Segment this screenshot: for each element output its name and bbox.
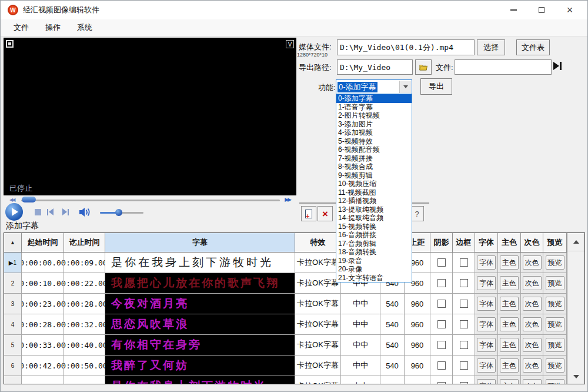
combobox-arrow-button[interactable] — [399, 81, 411, 93]
column-header[interactable]: 预览 — [543, 233, 567, 253]
dropdown-option[interactable]: 0-添加字幕 — [336, 94, 412, 103]
font-button[interactable]: 字体 — [477, 338, 496, 352]
primary-color-button[interactable]: 主色 — [500, 276, 519, 290]
border-checkbox[interactable] — [460, 361, 468, 370]
border-checkbox[interactable] — [460, 341, 468, 349]
dropdown-option[interactable]: 6-视频配音频 — [336, 145, 412, 154]
preview-button[interactable]: 预览 — [546, 276, 564, 290]
preview-button[interactable]: 预览 — [546, 379, 564, 384]
column-header[interactable]: 阴影 — [430, 233, 453, 253]
dropdown-option[interactable]: 2-图片转视频 — [336, 111, 412, 120]
menu-file[interactable]: 文件 — [10, 21, 32, 34]
shadow-checkbox[interactable] — [437, 320, 446, 328]
dropdown-option[interactable]: 1-语音字幕 — [336, 103, 412, 112]
menu-operation[interactable]: 操作 — [42, 21, 64, 34]
table-row[interactable]: 40:00:28.000:00:32.00思恋风吹草浪卡拉OK字幕中中54096… — [4, 314, 584, 335]
browse-folder-button[interactable] — [415, 59, 432, 75]
menu-system[interactable]: 系统 — [74, 21, 96, 34]
file-table-button[interactable]: 文件表 — [516, 39, 550, 55]
column-header[interactable]: 次色 — [521, 233, 543, 253]
column-header[interactable]: 边框 — [453, 233, 475, 253]
primary-color-button[interactable]: 主色 — [500, 338, 519, 352]
scroll-down-button[interactable] — [567, 370, 584, 384]
secondary-color-button[interactable]: 次色 — [523, 358, 542, 373]
font-button[interactable]: 字体 — [477, 358, 496, 373]
dropdown-option[interactable]: 3-添加图片 — [336, 120, 412, 129]
shadow-checkbox[interactable] — [437, 341, 446, 349]
font-button[interactable]: 字体 — [477, 297, 496, 311]
column-header[interactable]: 字体 — [475, 233, 498, 253]
preview-button[interactable]: 预览 — [546, 255, 564, 270]
minimize-button[interactable] — [499, 1, 527, 19]
dropdown-option[interactable]: 8-视频合成 — [336, 162, 412, 171]
play-button[interactable] — [5, 203, 23, 221]
table-row[interactable]: 70:00:50.000:00:59.00是你在我身上刻下游牧时光卡拉OK字幕中… — [4, 376, 584, 384]
primary-color-button[interactable]: 主色 — [500, 379, 519, 384]
secondary-color-button[interactable]: 次色 — [523, 338, 542, 352]
dropdown-option[interactable]: 16-音频拼接 — [336, 231, 412, 240]
media-file-input[interactable] — [337, 39, 475, 55]
column-header[interactable]: 主色 — [498, 233, 521, 253]
add-row-button[interactable] — [301, 206, 316, 221]
preview-button[interactable]: 预览 — [546, 338, 564, 352]
border-checkbox[interactable] — [460, 279, 468, 287]
border-checkbox[interactable] — [460, 382, 468, 384]
volume-button[interactable] — [79, 207, 92, 220]
secondary-color-button[interactable]: 次色 — [523, 317, 542, 331]
dropdown-option[interactable]: 11-视频截图 — [336, 188, 412, 197]
table-row[interactable]: 50:00:33.000:00:40.00有你相守在身旁卡拉OK字幕中中5409… — [4, 335, 584, 356]
export-button[interactable]: 导出 — [420, 78, 452, 95]
dropdown-option[interactable]: 13-提取纯视频 — [336, 205, 412, 214]
table-row[interactable]: 20:00:10.000:00:22.00我愿把心儿放在你的歌声飞翔卡拉OK字幕… — [4, 273, 584, 294]
primary-color-button[interactable]: 主色 — [500, 255, 519, 270]
sort-header[interactable]: ▲ — [4, 233, 22, 253]
border-checkbox[interactable] — [460, 258, 468, 267]
seek-handle[interactable] — [22, 197, 36, 202]
video-version-icon[interactable]: V — [286, 40, 294, 48]
dropdown-option[interactable]: 7-视频拼接 — [336, 154, 412, 163]
shadow-checkbox[interactable] — [437, 258, 446, 267]
dropdown-option[interactable]: 14-提取纯音频 — [336, 214, 412, 222]
dropdown-option[interactable]: 4-添加视频 — [336, 128, 412, 137]
secondary-color-button[interactable]: 次色 — [523, 255, 542, 270]
column-header[interactable]: 讫止时间 — [64, 233, 105, 253]
font-button[interactable]: 字体 — [477, 379, 496, 384]
shadow-checkbox[interactable] — [437, 382, 446, 384]
vertical-scrollbar[interactable] — [567, 233, 584, 384]
dropdown-option[interactable]: 18-音频转换 — [336, 248, 412, 257]
dropdown-option[interactable]: 5-视频特效 — [336, 137, 412, 146]
border-checkbox[interactable] — [460, 320, 468, 328]
dropdown-option[interactable]: 12-插播视频 — [336, 197, 412, 205]
close-button[interactable]: × — [556, 1, 584, 19]
table-row[interactable]: 60:00:42.000:00:50.00我醉了又何妨卡拉OK字幕中中54096… — [4, 356, 584, 376]
column-header[interactable]: 特效 — [295, 233, 341, 253]
dropdown-option[interactable]: 9-视频剪辑 — [336, 171, 412, 180]
select-file-button[interactable]: 选择 — [477, 39, 505, 55]
dropdown-option[interactable]: 15-视频转换 — [336, 222, 412, 231]
secondary-color-button[interactable]: 次色 — [523, 276, 542, 290]
secondary-color-button[interactable]: 次色 — [523, 297, 542, 311]
dropdown-option[interactable]: 21-文字转语音 — [336, 274, 412, 283]
file-name-input[interactable] — [455, 59, 552, 75]
shadow-checkbox[interactable] — [437, 279, 446, 287]
next-button[interactable] — [62, 208, 69, 215]
table-row[interactable]: ▶10:00:00.000:00:09.00是你在我身上刻下游牧时光卡拉OK字幕… — [4, 253, 584, 273]
table-row[interactable]: 30:00:23.000:00:28.00今夜对酒月亮卡拉OK字幕中中54096… — [4, 294, 584, 314]
shadow-checkbox[interactable] — [437, 300, 446, 308]
function-dropdown-list[interactable]: 0-添加字幕1-语音字幕2-图片转视频3-添加图片4-添加视频5-视频特效6-视… — [336, 94, 412, 283]
dropdown-option[interactable]: 20-录像 — [336, 265, 412, 274]
next-file-button[interactable] — [553, 62, 562, 70]
preview-button[interactable]: 预览 — [546, 317, 564, 331]
preview-button[interactable]: 预览 — [546, 297, 564, 311]
secondary-color-button[interactable]: 次色 — [523, 379, 542, 384]
font-button[interactable]: 字体 — [477, 317, 496, 331]
volume-handle[interactable] — [115, 209, 122, 216]
export-path-input[interactable] — [337, 59, 413, 75]
function-combobox[interactable]: 0-添加字幕 — [336, 79, 412, 94]
primary-color-button[interactable]: 主色 — [500, 297, 519, 311]
fast-forward-icon[interactable]: ▶▶ — [285, 197, 290, 202]
shadow-checkbox[interactable] — [437, 361, 446, 370]
font-button[interactable]: 字体 — [477, 276, 496, 290]
dropdown-option[interactable]: 10-视频压缩 — [336, 180, 412, 188]
dropdown-option[interactable]: 17-音频剪辑 — [336, 240, 412, 248]
